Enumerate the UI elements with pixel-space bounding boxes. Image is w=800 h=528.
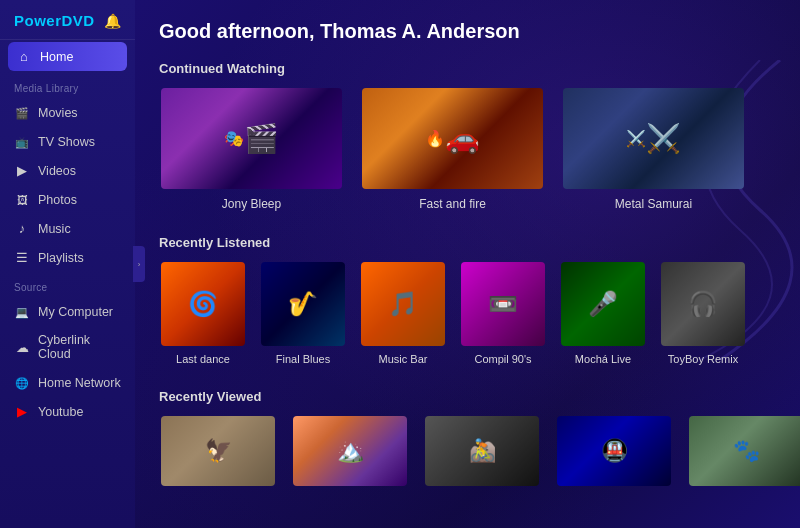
- home-icon: [16, 49, 32, 64]
- movie-label-jony: Jony Bleep: [222, 197, 281, 211]
- music-card-compil90s[interactable]: 📼 Compil 90's: [459, 260, 547, 365]
- movie-thumbnail-jony: 🎭: [161, 88, 342, 189]
- music-thumbnail-musicbar: 🎵: [361, 262, 445, 346]
- music-card-lastdance[interactable]: 🌀 Last dance: [159, 260, 247, 365]
- viewed-thumb-tunnel[interactable]: 🚇: [555, 414, 673, 488]
- sidebar-collapse-button[interactable]: ›: [133, 246, 145, 282]
- music-thumb-compil90s[interactable]: 📼: [459, 260, 547, 348]
- movie-label-fast: Fast and fire: [419, 197, 486, 211]
- music-thumb-lastdance[interactable]: 🌀: [159, 260, 247, 348]
- sidebar-youtube-label: Youtube: [38, 405, 83, 419]
- recently-viewed-row: 🦅 🏔️ 🚵 🚇 🐾: [159, 414, 776, 488]
- app-logo: PowerDVD: [14, 12, 95, 29]
- recently-viewed-title: Recently Viewed: [159, 389, 776, 404]
- movie-thumb-fast[interactable]: 🔥: [360, 86, 545, 191]
- sidebar-item-photos[interactable]: Photos: [0, 185, 135, 214]
- sidebar-item-playlists[interactable]: Playlists: [0, 243, 135, 272]
- sidebar-tvshows-label: TV Shows: [38, 135, 95, 149]
- music-label-musicbar: Music Bar: [379, 353, 428, 365]
- viewed-thumb-eagle[interactable]: 🦅: [159, 414, 277, 488]
- music-thumb-mochate[interactable]: 🎤: [559, 260, 647, 348]
- playlists-icon: [14, 250, 30, 265]
- sidebar-item-youtube[interactable]: Youtube: [0, 397, 135, 426]
- music-thumbnail-lastdance: 🌀: [161, 262, 245, 346]
- movie-card-fast[interactable]: 🔥 Fast and fire: [360, 86, 545, 211]
- sidebar: PowerDVD 🔔 Home Media Library Movies TV …: [0, 0, 135, 528]
- viewed-thumb-bike[interactable]: 🚵: [423, 414, 541, 488]
- sidebar-videos-label: Videos: [38, 164, 76, 178]
- music-thumbnail-toyboy: 🎧: [661, 262, 745, 346]
- continued-watching-title: Continued Watching: [159, 61, 776, 76]
- viewed-card-tunnel[interactable]: 🚇: [555, 414, 673, 488]
- movie-label-metal: Metal Samurai: [615, 197, 692, 211]
- viewed-thumb-animal[interactable]: 🐾: [687, 414, 800, 488]
- viewed-thumbnail-mountain: 🏔️: [293, 416, 407, 486]
- youtube-icon: [14, 404, 30, 419]
- music-card-musicbar[interactable]: 🎵 Music Bar: [359, 260, 447, 365]
- music-thumbnail-mochate: 🎤: [561, 262, 645, 346]
- sidebar-playlists-label: Playlists: [38, 251, 84, 265]
- sidebar-music-label: Music: [38, 222, 71, 236]
- viewed-card-animal[interactable]: 🐾: [687, 414, 800, 488]
- sidebar-movies-label: Movies: [38, 106, 78, 120]
- music-card-mochate[interactable]: 🎤 Mochá Live: [559, 260, 647, 365]
- main-content: Good afternoon, Thomas A. Anderson Conti…: [135, 0, 800, 528]
- sidebar-item-music[interactable]: Music: [0, 214, 135, 243]
- sidebar-media-library-label: Media Library: [0, 73, 135, 98]
- viewed-thumbnail-bike: 🚵: [425, 416, 539, 486]
- viewed-card-bike[interactable]: 🚵: [423, 414, 541, 488]
- sidebar-network-label: Home Network: [38, 376, 121, 390]
- music-label-mochate: Mochá Live: [575, 353, 631, 365]
- sidebar-photos-label: Photos: [38, 193, 77, 207]
- music-icon: [14, 221, 30, 236]
- movie-thumbnail-metal: ⚔️: [563, 88, 744, 189]
- sidebar-mycomputer-label: My Computer: [38, 305, 113, 319]
- music-thumb-musicbar[interactable]: 🎵: [359, 260, 447, 348]
- viewed-thumbnail-eagle: 🦅: [161, 416, 275, 486]
- sidebar-item-videos[interactable]: Videos: [0, 156, 135, 185]
- sidebar-header: PowerDVD 🔔: [0, 0, 135, 40]
- movies-icon: [14, 105, 30, 120]
- music-thumb-toyboy[interactable]: 🎧: [659, 260, 747, 348]
- movie-thumb-metal[interactable]: ⚔️: [561, 86, 746, 191]
- music-thumb-finalblues[interactable]: 🎷: [259, 260, 347, 348]
- music-card-finalblues[interactable]: 🎷 Final Blues: [259, 260, 347, 365]
- movie-thumb-jony[interactable]: 🎭: [159, 86, 344, 191]
- sidebar-item-homenetwork[interactable]: Home Network: [0, 368, 135, 397]
- music-label-compil90s: Compil 90's: [474, 353, 531, 365]
- greeting-heading: Good afternoon, Thomas A. Anderson: [159, 20, 776, 43]
- music-card-toyboy[interactable]: 🎧 ToyBoy Remix: [659, 260, 747, 365]
- sidebar-item-movies[interactable]: Movies: [0, 98, 135, 127]
- tvshows-icon: [14, 134, 30, 149]
- movie-thumbnail-fast: 🔥: [362, 88, 543, 189]
- recently-listened-row: 🌀 Last dance 🎷 Final Blues 🎵 Music Bar 📼…: [159, 260, 776, 365]
- bell-icon[interactable]: 🔔: [104, 13, 121, 29]
- music-label-toyboy: ToyBoy Remix: [668, 353, 738, 365]
- sidebar-cloud-label: Cyberlink Cloud: [38, 333, 121, 361]
- recently-listened-title: Recently Listened: [159, 235, 776, 250]
- photos-icon: [14, 192, 30, 207]
- viewed-thumbnail-animal: 🐾: [689, 416, 800, 486]
- sidebar-item-home[interactable]: Home: [8, 42, 127, 71]
- sidebar-item-cyberlinkcloud[interactable]: Cyberlink Cloud: [0, 326, 135, 368]
- sidebar-source-label: Source: [0, 272, 135, 297]
- viewed-card-mountain[interactable]: 🏔️: [291, 414, 409, 488]
- cloud-icon: [14, 340, 30, 355]
- videos-icon: [14, 163, 30, 178]
- viewed-thumbnail-tunnel: 🚇: [557, 416, 671, 486]
- movie-card-metal[interactable]: ⚔️ Metal Samurai: [561, 86, 746, 211]
- viewed-thumb-mountain[interactable]: 🏔️: [291, 414, 409, 488]
- music-thumbnail-compil90s: 📼: [461, 262, 545, 346]
- computer-icon: [14, 304, 30, 319]
- sidebar-item-tvshows[interactable]: TV Shows: [0, 127, 135, 156]
- music-label-lastdance: Last dance: [176, 353, 230, 365]
- music-thumbnail-finalblues: 🎷: [261, 262, 345, 346]
- sidebar-home-label: Home: [40, 50, 73, 64]
- viewed-card-eagle[interactable]: 🦅: [159, 414, 277, 488]
- continued-watching-row: 🎭 Jony Bleep 🔥 Fast and fire ⚔️ Metal Sa…: [159, 86, 776, 211]
- network-icon: [14, 375, 30, 390]
- sidebar-item-mycomputer[interactable]: My Computer: [0, 297, 135, 326]
- movie-card-jony[interactable]: 🎭 Jony Bleep: [159, 86, 344, 211]
- music-label-finalblues: Final Blues: [276, 353, 330, 365]
